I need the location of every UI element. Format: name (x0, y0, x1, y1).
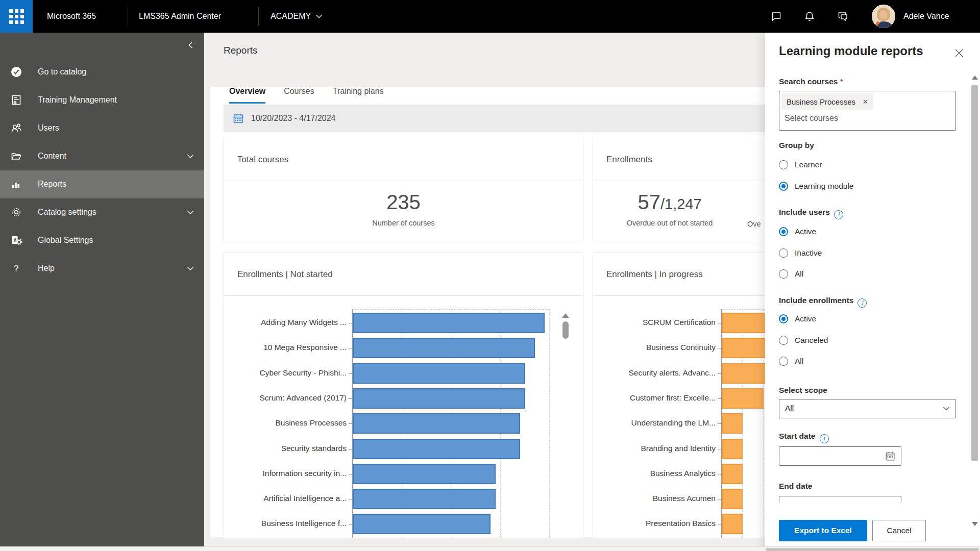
feedback-button[interactable] (835, 8, 851, 24)
end-date-input[interactable] (779, 496, 901, 503)
sidebar-item-content[interactable]: Content (0, 142, 204, 170)
axis-tick (349, 449, 352, 449)
date-range-picker[interactable]: 10/20/2023 - 4/17/2024 (224, 105, 766, 132)
chart-scrollbar-thumb[interactable] (562, 321, 569, 339)
chart-category-label: Scrum: Advanced (2017) (233, 393, 347, 403)
chart-category-label: Adding Many Widgets ... (233, 318, 347, 327)
top-app-bar: Microsoft 365 LMS365 Admin Center ACADEM… (0, 0, 980, 33)
axis-tick (718, 499, 721, 499)
bar-cyber-security-phishi-[interactable] (353, 363, 525, 384)
tenant-selector[interactable]: ACADEMY (271, 0, 323, 33)
chip-remove-icon[interactable]: ✕ (863, 98, 868, 106)
user-avatar[interactable] (872, 5, 895, 28)
scroll-down-icon[interactable] (972, 522, 978, 526)
catalog-check-icon (10, 66, 22, 78)
radio-include-enrollments-all[interactable]: All (779, 357, 803, 366)
axis-tick (349, 323, 352, 323)
axis-tick (718, 474, 721, 474)
chart-category-label: SCRUM Certification (602, 318, 716, 327)
radio-group-by-learning-module[interactable]: Learning module (779, 182, 853, 191)
radio-label: Canceled (795, 336, 828, 345)
info-icon[interactable]: i (857, 298, 867, 308)
calendar-icon[interactable] (885, 450, 896, 462)
chart-scroll-up-icon[interactable] (562, 313, 569, 318)
app-launcher-button[interactable] (0, 0, 33, 33)
total-courses-card: Total courses 235 Number of courses (224, 138, 583, 241)
radio-include-users-inactive[interactable]: Inactive (779, 248, 822, 258)
sidebar-item-catalog-settings[interactable]: Catalog settings (0, 198, 204, 227)
sidebar-item-go-to-catalog[interactable]: Go to catalog (0, 58, 204, 86)
axis-tick (349, 373, 352, 374)
sidebar-item-label: Global Settings (38, 236, 93, 245)
radio-label: Active (795, 227, 816, 236)
radio-include-users-all[interactable]: All (779, 269, 803, 279)
scroll-up-icon[interactable] (972, 76, 978, 80)
brand-link[interactable]: Microsoft 365 (47, 0, 96, 33)
radio-icon (779, 314, 788, 323)
sidebar-item-global-settings[interactable]: AGlobal Settings (0, 227, 204, 255)
user-name[interactable]: Adele Vance (903, 0, 949, 33)
radio-include-enrollments-active[interactable]: Active (779, 314, 816, 323)
bell-icon (803, 10, 816, 22)
bar-branding-and-identity[interactable] (722, 439, 743, 459)
sidebar-item-training-management[interactable]: Training Management (0, 86, 204, 114)
select-scope-label: Select scope (779, 386, 827, 395)
notifications-button[interactable] (801, 8, 818, 24)
scrollbar-thumb[interactable] (971, 85, 978, 461)
scope-value: All (785, 404, 794, 413)
chevron-down-icon (315, 12, 323, 20)
bar-business-intelligence-f-[interactable] (353, 514, 491, 534)
bar-business-acumen[interactable] (722, 489, 743, 509)
bar-business-analytics[interactable] (722, 464, 743, 484)
bar-security-standards[interactable] (353, 439, 520, 459)
bar-10-mega-responsive-[interactable] (353, 338, 535, 358)
help-icon: ? (10, 262, 22, 274)
avatar-photo-icon (872, 5, 895, 28)
panel-close-button[interactable] (952, 46, 966, 60)
axis-tick (718, 373, 721, 374)
chart-category-label: Security alerts. Advanc... (602, 368, 716, 378)
axis-tick (718, 323, 721, 323)
info-icon[interactable]: i (834, 210, 843, 219)
app-title[interactable]: LMS365 Admin Center (139, 0, 221, 33)
sidebar-item-users[interactable]: Users (0, 114, 204, 142)
search-courses-input[interactable]: Business Processes ✕ Select courses (779, 91, 956, 131)
export-to-excel-button[interactable]: Export to Excel (779, 520, 867, 541)
chart-category-label: Business Intelligence f... (233, 519, 347, 528)
tab-training-plans[interactable]: Training plans (333, 87, 384, 104)
bar-presentation-basics[interactable] (722, 514, 743, 534)
start-date-input[interactable] (779, 446, 901, 466)
horizontal-scrollbar-thumb[interactable] (766, 548, 979, 551)
panel-scrollbar[interactable] (971, 76, 978, 530)
sidebar-nav: Go to catalogTraining ManagementUsersCon… (0, 33, 204, 546)
chart-category-label: Customer first: Excelle... (602, 393, 716, 403)
bar-understanding-the-lm-[interactable] (722, 413, 743, 434)
card-title: Enrollments (606, 155, 652, 165)
selected-course-chip[interactable]: Business Processes ✕ (781, 93, 873, 110)
bar-business-processes[interactable] (353, 413, 520, 434)
cancel-button[interactable]: Cancel (872, 520, 926, 541)
radio-icon (779, 182, 788, 191)
info-icon[interactable]: i (820, 434, 829, 443)
radio-group-by-learner[interactable]: Learner (779, 160, 822, 169)
tab-courses[interactable]: Courses (284, 87, 314, 104)
tab-overview[interactable]: Overview (229, 87, 265, 104)
bar-security-alerts-advanc-[interactable] (722, 363, 772, 384)
radio-include-enrollments-canceled[interactable]: Canceled (779, 336, 828, 345)
bar-artificial-intelligence-a-[interactable] (353, 489, 496, 509)
horizontal-scrollbar[interactable] (0, 546, 980, 551)
group-label-group-by: Group by (779, 141, 814, 150)
sidebar-item-reports[interactable]: Reports (0, 170, 204, 198)
bar-customer-first-excelle-[interactable] (722, 388, 764, 409)
chat-button[interactable] (768, 8, 785, 24)
bar-scrum-advanced-2017-[interactable] (353, 388, 525, 409)
radio-include-users-active[interactable]: Active (779, 227, 816, 236)
sidebar-item-label: Training Management (38, 95, 117, 105)
scope-dropdown[interactable]: All (779, 399, 956, 418)
sidebar-item-help[interactable]: ?Help (0, 255, 204, 283)
bar-adding-many-widgets-[interactable] (353, 313, 545, 333)
bar-information-security-in-[interactable] (353, 464, 496, 484)
tenant-name: ACADEMY (271, 0, 311, 33)
chart-card-not-started: Enrollments | Not startedAdding Many Wid… (224, 253, 583, 538)
sidebar-collapse-button[interactable] (185, 39, 197, 51)
